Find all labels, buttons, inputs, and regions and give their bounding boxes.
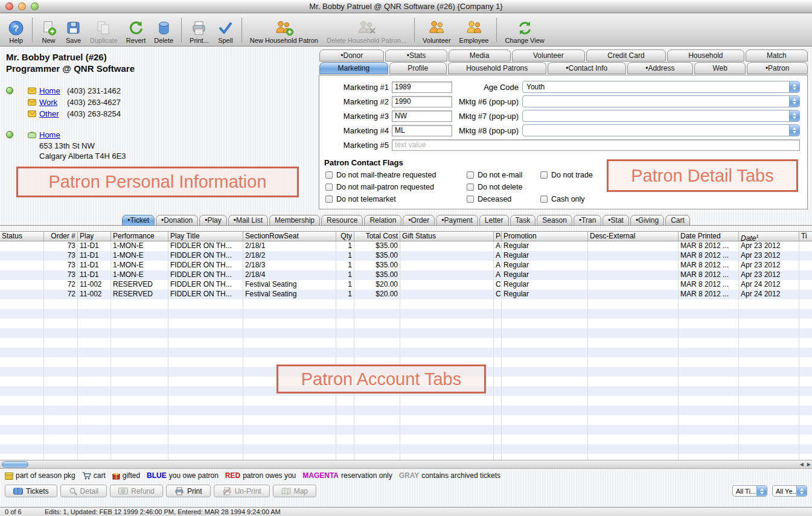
tab-task[interactable]: Task	[510, 215, 536, 226]
marketing-3-input[interactable]	[392, 110, 452, 122]
tab-giving[interactable]: •Giving	[630, 215, 664, 226]
toolbar-new-button[interactable]: New	[36, 14, 61, 45]
tab-volunteer[interactable]: Volunteer	[512, 49, 585, 62]
column-header-date[interactable]: Date1	[739, 232, 799, 241]
phone-home-link[interactable]: Home	[39, 86, 67, 95]
column-header-gift-status[interactable]: Gift Status	[400, 232, 494, 241]
column-header-qty[interactable]: Qty	[336, 232, 354, 241]
ticket-filter-popup[interactable]: All Ti...	[732, 485, 767, 497]
address-home-link[interactable]: Home	[39, 130, 67, 139]
toolbar-delete-button[interactable]: Delete	[150, 14, 177, 45]
zoom-button[interactable]	[31, 2, 39, 10]
tab-letter[interactable]: Letter	[479, 215, 509, 226]
tab-cart[interactable]: Cart	[665, 215, 690, 226]
tab-play[interactable]: •Play	[199, 215, 227, 226]
toolbar-print-button[interactable]: Print...	[185, 14, 213, 45]
column-header-ti[interactable]: Ti	[799, 232, 812, 241]
toolbar-save-button[interactable]: Save	[61, 14, 86, 45]
tab-household-patrons[interactable]: Household Patrons	[448, 62, 546, 74]
scroll-right-icon[interactable]: ▶	[807, 462, 811, 467]
tab-match[interactable]: Match	[746, 49, 808, 62]
scrollbar-thumb[interactable]	[2, 461, 28, 468]
title-bar[interactable]: Mr. Bobby Patruel @ QNR Software (#26) {…	[0, 0, 812, 13]
toolbar-change-view-button[interactable]: Change View	[500, 14, 548, 45]
table-row[interactable]: 7311-D11-MON-EFIDDLER ON TH...2/18/41$35…	[0, 270, 812, 280]
mktg-8-popup[interactable]	[522, 124, 800, 136]
checkbox[interactable]	[325, 183, 333, 191]
un-print-button[interactable]: Un-Print	[214, 485, 270, 497]
toolbar-volunteer-button[interactable]: Volunteer	[418, 14, 455, 45]
table-row[interactable]: 7311-D11-MON-EFIDDLER ON TH...2/18/11$35…	[0, 241, 812, 251]
checkbox[interactable]	[467, 171, 474, 179]
toolbar-spell-button[interactable]: Spell	[213, 14, 238, 45]
tab-stats[interactable]: •Stats	[385, 49, 447, 62]
marketing-2-input[interactable]	[392, 96, 452, 107]
toolbar-revert-button[interactable]: Revert	[122, 14, 150, 45]
toolbar-help-button[interactable]: ? Help	[4, 14, 28, 45]
column-header-sectionrowseat[interactable]: SectionRowSeat	[243, 232, 336, 241]
print-button[interactable]: Print	[166, 485, 211, 497]
toolbar-employee-button[interactable]: Employee	[455, 14, 493, 45]
column-header-desc-external[interactable]: Desc-External	[588, 232, 679, 241]
tab-payment[interactable]: •Payment	[436, 215, 478, 226]
tab-credit-card[interactable]: Credit Card	[586, 49, 666, 62]
phone-other-link[interactable]: Other	[39, 109, 67, 118]
column-header-date-printed[interactable]: Date Printed	[679, 232, 739, 241]
age-code-popup[interactable]: Youth	[522, 81, 800, 93]
scroll-left-icon[interactable]: ◀	[800, 462, 804, 467]
checkbox[interactable]	[467, 183, 474, 191]
checkbox[interactable]	[467, 196, 474, 203]
detail-button[interactable]: Detail	[60, 485, 107, 497]
minimize-button[interactable]	[18, 2, 26, 10]
column-header-promotion[interactable]: Promotion	[502, 232, 588, 241]
checkbox[interactable]	[540, 171, 548, 179]
tab-patron[interactable]: •Patron	[747, 62, 808, 74]
tab-membership[interactable]: Membership	[269, 215, 320, 226]
tab-address[interactable]: •Address	[627, 62, 693, 74]
table-row[interactable]: 7211-002RESERVEDFIDDLER ON TH...Festival…	[0, 290, 812, 299]
tab-season[interactable]: Season	[537, 215, 572, 226]
mktg-6-popup[interactable]	[522, 95, 800, 107]
tab-ticket[interactable]: •Ticket	[122, 215, 155, 226]
column-header-order-[interactable]: Order #	[44, 232, 78, 241]
tab-profile[interactable]: Profile	[389, 62, 447, 74]
tab-order[interactable]: •Order	[403, 215, 435, 226]
column-header-performance[interactable]: Performance	[111, 232, 168, 241]
marketing-4-input[interactable]	[392, 125, 452, 136]
tab-tran[interactable]: •Tran	[574, 215, 601, 226]
tickets-button[interactable]: Tickets	[5, 485, 57, 497]
map-button[interactable]: Map	[273, 485, 316, 497]
tab-media[interactable]: Media	[449, 49, 511, 62]
tab-resource[interactable]: Resource	[321, 215, 363, 226]
checkbox[interactable]	[540, 196, 548, 203]
table-row[interactable]: 7311-D11-MON-EFIDDLER ON TH...2/18/31$35…	[0, 261, 812, 270]
column-header-total-cost[interactable]: Total Cost	[354, 232, 400, 241]
tab-donation[interactable]: •Donation	[156, 215, 198, 226]
column-header-play[interactable]: Play	[78, 232, 111, 241]
toolbar-new-household-patron-button[interactable]: New Household Patron	[246, 14, 322, 45]
close-button[interactable]	[5, 2, 13, 10]
column-header-play-title[interactable]: Play Title	[168, 232, 243, 241]
tab-stat[interactable]: •Stat	[603, 215, 629, 226]
mktg-7-popup[interactable]	[522, 110, 800, 122]
tab-web[interactable]: Web	[694, 62, 746, 74]
tab-mail-list[interactable]: •Mail List	[228, 215, 268, 226]
toolbar-delete-household-patron-button[interactable]: Delete Household Patron...	[322, 14, 411, 45]
tab-household[interactable]: Household	[667, 49, 744, 62]
checkbox[interactable]	[325, 196, 333, 203]
tab-donor[interactable]: •Donor	[319, 49, 384, 62]
column-header-pc[interactable]: Pc	[494, 232, 502, 241]
marketing-1-input[interactable]	[392, 81, 452, 93]
refund-button[interactable]: $ Refund	[110, 485, 163, 497]
year-filter-popup[interactable]: All Ye...	[772, 485, 807, 497]
tab-relation[interactable]: Relation	[364, 215, 401, 226]
table-row[interactable]: 7211-002RESERVEDFIDDLER ON TH...Festival…	[0, 280, 812, 290]
horizontal-scrollbar[interactable]: ◀ ▶	[0, 460, 812, 469]
marketing-5-input[interactable]	[392, 139, 800, 151]
table-row[interactable]: 7311-D11-MON-EFIDDLER ON TH...2/18/21$35…	[0, 251, 812, 261]
checkbox[interactable]	[325, 171, 333, 179]
tab-marketing[interactable]: Marketing	[319, 62, 388, 74]
column-header-status[interactable]: Status	[0, 232, 44, 241]
tab-contact-info[interactable]: •Contact Info	[548, 62, 626, 74]
phone-work-link[interactable]: Work	[39, 98, 67, 107]
